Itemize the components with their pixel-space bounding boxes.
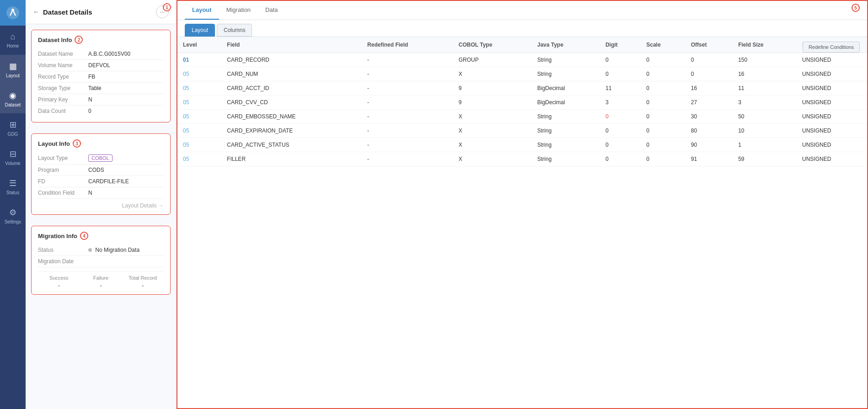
- migration-status-row: Status No Migration Data: [38, 244, 164, 256]
- storage-type-row: Storage Type Table: [38, 83, 164, 94]
- sidebar-item-status[interactable]: ☰ Status: [0, 172, 26, 201]
- success-label: Success: [38, 275, 80, 281]
- table-row: 05 CARD_CVV_CD - 9 BigDecimal 3 0 27 3 U…: [177, 96, 867, 110]
- migration-num-badge: 4: [80, 232, 88, 240]
- tab-data[interactable]: Data: [258, 1, 285, 20]
- cell-digit: 0: [600, 110, 641, 124]
- settings-icon: ⚙: [9, 207, 16, 218]
- cell-sign: UNSIGNED: [797, 53, 867, 67]
- cell-field-size: 59: [733, 152, 797, 166]
- cell-redefined: -: [362, 81, 453, 96]
- sidebar-item-home[interactable]: ⌂ Home: [0, 26, 26, 55]
- table-row: 05 FILLER - X String 0 0 91 59 UNSIGNED: [177, 152, 867, 166]
- sidebar-item-layout[interactable]: ▦ Layout: [0, 55, 26, 84]
- tab-layout[interactable]: Layout: [185, 1, 219, 20]
- cell-redefined: -: [362, 138, 453, 152]
- cell-redefined: -: [362, 124, 453, 138]
- fd-row: FD CARDFILE-FILE: [38, 176, 164, 187]
- cell-field: CARD_EXPIRAION_DATE: [221, 124, 362, 138]
- dataset-icon: ◉: [9, 90, 16, 101]
- layout-info-card: Layout Info 3 Layout Type COBOL Program …: [31, 133, 171, 215]
- subtab-columns[interactable]: Columns: [217, 24, 252, 37]
- migration-status-value: No Migration Data: [88, 247, 139, 253]
- cell-field: CARD_ACTIVE_STATUS: [221, 138, 362, 152]
- fd-label: FD: [38, 178, 88, 185]
- cell-field: FILLER: [221, 152, 362, 166]
- more-button[interactable]: ··· 1: [156, 5, 169, 18]
- table-row: 01 CARD_RECORD - GROUP String 0 0 0 150 …: [177, 53, 867, 67]
- cell-sign: UNSIGNED: [797, 67, 867, 81]
- volume-icon: ⊟: [10, 149, 16, 159]
- tab-migration[interactable]: Migration: [219, 1, 258, 20]
- migration-info-title: Migration Info 4: [38, 232, 164, 240]
- cell-digit: 0: [600, 124, 641, 138]
- page-title: Dataset Details: [43, 8, 152, 16]
- cell-java-type: String: [532, 110, 600, 124]
- cell-scale: 0: [641, 152, 686, 166]
- layout-type-row: Layout Type COBOL: [38, 152, 164, 165]
- sidebar-item-status-label: Status: [6, 190, 19, 195]
- table-row: 05 CARD_NUM - X String 0 0 0 16 UNSIGNED: [177, 67, 867, 81]
- col-cobol-type: COBOL Type: [453, 37, 532, 53]
- volume-name-value: DEFVOL: [88, 62, 110, 69]
- cell-cobol-type: X: [453, 152, 532, 166]
- dataset-name-value: A.B.C.G0015V00: [88, 51, 130, 57]
- layout-details-link[interactable]: Layout Details →: [38, 199, 164, 209]
- layout-num-badge: 3: [73, 139, 81, 148]
- cell-sign: UNSIGNED: [797, 96, 867, 110]
- cell-cobol-type: X: [453, 124, 532, 138]
- sidebar-item-volume[interactable]: ⊟ Volume: [0, 143, 26, 172]
- cell-offset: 91: [686, 152, 733, 166]
- primary-key-label: Primary Key: [38, 96, 88, 103]
- dataset-name-label: Dataset Name: [38, 51, 88, 57]
- cell-field-size: 11: [733, 81, 797, 96]
- dataset-info-title: Dataset Info 2: [38, 36, 164, 44]
- col-scale: Scale: [641, 37, 686, 53]
- main-content: Layout Migration Data 5 Layout Columns R…: [177, 0, 868, 409]
- cell-offset: 27: [686, 96, 733, 110]
- cell-level: 05: [177, 152, 221, 166]
- cell-scale: 0: [641, 53, 686, 67]
- main-tabs-bar: Layout Migration Data 5: [177, 1, 867, 20]
- sidebar-item-gdg-label: GDG: [8, 132, 18, 137]
- success-value: -: [38, 282, 80, 289]
- cell-level: 05: [177, 110, 221, 124]
- cell-offset: 0: [686, 67, 733, 81]
- sidebar-item-home-label: Home: [7, 43, 19, 48]
- cell-java-type: String: [532, 67, 600, 81]
- program-value: CODS: [88, 167, 104, 173]
- migration-status-label: Status: [38, 247, 88, 253]
- cell-scale: 0: [641, 67, 686, 81]
- status-dot: [88, 248, 92, 252]
- col-field-size: Field Size: [733, 37, 797, 53]
- table-area: Redefine Conditions Level Field Redefine…: [177, 37, 867, 408]
- cell-java-type: String: [532, 53, 600, 67]
- back-button[interactable]: ←: [33, 8, 39, 16]
- table-row: 05 CARD_EMBOSSED_NAME - X String 0 0 30 …: [177, 110, 867, 124]
- cell-sign: UNSIGNED: [797, 110, 867, 124]
- success-stat: Success -: [38, 275, 80, 289]
- logo[interactable]: [0, 0, 26, 26]
- home-icon: ⌂: [11, 32, 16, 42]
- cell-cobol-type: 9: [453, 96, 532, 110]
- tabs-num-badge: 5: [852, 4, 860, 12]
- migration-date-label: Migration Date: [38, 258, 88, 265]
- dataset-name-row: Dataset Name A.B.C.G0015V00: [38, 48, 164, 60]
- cell-scale: 0: [641, 138, 686, 152]
- table-row: 05 CARD_ACTIVE_STATUS - X String 0 0 90 …: [177, 138, 867, 152]
- cell-redefined: -: [362, 152, 453, 166]
- cell-level: 05: [177, 81, 221, 96]
- data-count-value: 0: [88, 108, 91, 114]
- cell-sign: UNSIGNED: [797, 124, 867, 138]
- subtab-layout[interactable]: Layout: [185, 24, 215, 37]
- sidebar-item-settings[interactable]: ⚙ Settings: [0, 201, 26, 230]
- redefine-conditions-button[interactable]: Redefine Conditions: [803, 42, 860, 53]
- cell-scale: 0: [641, 110, 686, 124]
- cell-scale: 0: [641, 124, 686, 138]
- cell-cobol-type: X: [453, 67, 532, 81]
- sidebar-item-gdg[interactable]: ⊞ GDG: [0, 113, 26, 143]
- program-label: Program: [38, 167, 88, 173]
- sidebar: ⌂ Home ▦ Layout ◉ Dataset ⊞ GDG ⊟ Volume…: [0, 0, 26, 409]
- sidebar-item-dataset[interactable]: ◉ Dataset: [0, 84, 26, 113]
- condition-field-value: N: [88, 190, 92, 196]
